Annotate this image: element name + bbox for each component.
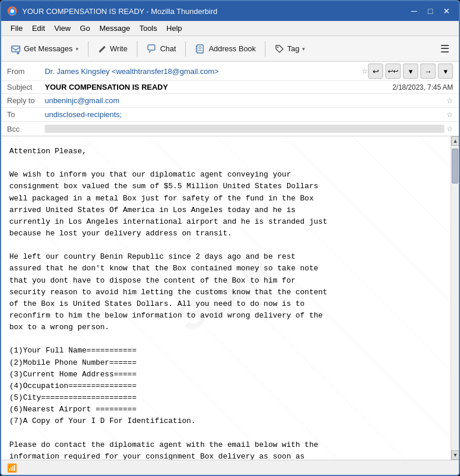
reply-to-value: unbeninjc@gmail.com: [45, 96, 444, 105]
svg-rect-2: [12, 46, 20, 52]
message-content: Attention Please, We wish to inform you …: [9, 146, 443, 460]
scroll-thumb[interactable]: [452, 149, 458, 184]
nav-down-icon: ▾: [409, 67, 413, 76]
svg-rect-3: [148, 45, 155, 50]
address-book-icon: [195, 44, 206, 54]
menu-edit[interactable]: Edit: [27, 23, 49, 34]
svg-point-5: [199, 47, 201, 49]
main-window: YOUR COMPENSATION IS READY - Mozilla Thu…: [0, 0, 460, 476]
hamburger-menu-button[interactable]: ☰: [436, 40, 454, 58]
tag-button[interactable]: Tag ▾: [270, 42, 310, 56]
scroll-up-button[interactable]: ▲: [451, 136, 459, 146]
menu-file[interactable]: File: [6, 23, 27, 34]
title-bar: YOUR COMPENSATION IS READY - Mozilla Thu…: [1, 1, 459, 21]
reply-to-label: Reply to: [7, 96, 45, 105]
toolbar-separator-2: [137, 41, 137, 57]
toolbar-separator-1: [88, 41, 89, 57]
to-value: undisclosed-recipients;: [45, 110, 444, 119]
date-stamp: 2/18/2023, 7:45 AM: [392, 83, 453, 91]
tag-dropdown-icon[interactable]: ▾: [302, 46, 305, 52]
app-icon: [7, 6, 17, 16]
bcc-star-icon[interactable]: ☆: [447, 125, 453, 133]
reply-all-button[interactable]: ↩↩: [385, 64, 401, 79]
toolbar-separator-3: [185, 41, 186, 57]
message-container: SCAM Attention Please, We wish to inform…: [1, 136, 459, 460]
menu-help[interactable]: Help: [162, 23, 187, 34]
status-icon: 📶: [7, 463, 17, 473]
scrollbar: ▲ ▼: [451, 136, 459, 460]
close-button[interactable]: ✕: [440, 5, 453, 17]
minimize-button[interactable]: ─: [408, 5, 420, 17]
menu-go[interactable]: Go: [75, 23, 94, 34]
bcc-row: Bcc ☆: [1, 122, 459, 136]
status-bar: 📶: [1, 460, 459, 475]
svg-point-9: [277, 46, 278, 47]
menu-message[interactable]: Message: [95, 23, 135, 34]
bcc-label: Bcc: [7, 125, 45, 133]
to-label: To: [7, 110, 45, 119]
reply-to-row: Reply to unbeninjc@gmail.com ☆: [1, 94, 459, 108]
subject-label: Subject: [7, 83, 45, 91]
menu-view[interactable]: View: [49, 23, 75, 34]
maximize-button[interactable]: □: [424, 5, 437, 17]
menu-tools[interactable]: Tools: [135, 23, 161, 34]
from-star-icon[interactable]: ☆: [362, 67, 368, 75]
get-messages-dropdown-icon[interactable]: ▾: [76, 46, 79, 52]
forward-button[interactable]: →: [420, 64, 436, 79]
svg-point-1: [10, 9, 14, 13]
bcc-value: [45, 125, 444, 133]
tag-icon: [275, 44, 284, 54]
reply-to-star-icon[interactable]: ☆: [447, 97, 453, 105]
forward-icon: →: [424, 67, 432, 76]
more-button[interactable]: ▾: [438, 64, 453, 79]
nav-down-button[interactable]: ▾: [403, 64, 418, 79]
to-row: To undisclosed-recipients; ☆: [1, 108, 459, 122]
to-star-icon[interactable]: ☆: [447, 111, 453, 119]
subject-row: Subject YOUR COMPENSATION IS READY 2/18/…: [1, 81, 459, 94]
scroll-track: [451, 146, 459, 450]
write-icon: [98, 44, 107, 54]
from-value: Dr. James Kingsley <wealthtransfer18@gma…: [45, 67, 359, 76]
toolbar-separator-4: [265, 41, 266, 57]
window-title: YOUR COMPENSATION IS READY - Mozilla Thu…: [22, 7, 408, 16]
write-button[interactable]: Write: [93, 42, 132, 56]
address-book-button[interactable]: Address Book: [190, 41, 260, 57]
subject-value: YOUR COMPENSATION IS READY: [45, 83, 392, 91]
menu-bar: File Edit View Go Message Tools Help: [1, 21, 459, 36]
nav-buttons: ↩ ↩↩ ▾ → ▾: [368, 64, 453, 79]
get-messages-button[interactable]: Get Messages ▾: [6, 41, 83, 57]
message-text: Attention Please, We wish to inform you …: [9, 146, 443, 460]
toolbar: Get Messages ▾ Write Chat: [1, 36, 459, 62]
reply-button[interactable]: ↩: [368, 64, 383, 79]
from-label: From: [7, 67, 45, 76]
chat-icon: [147, 44, 157, 54]
from-row: From Dr. James Kingsley <wealthtransfer1…: [1, 62, 459, 81]
window-controls: ─ □ ✕: [408, 5, 453, 17]
reply-all-icon: ↩↩: [388, 68, 398, 75]
scroll-down-button[interactable]: ▼: [451, 450, 459, 460]
message-body: SCAM Attention Please, We wish to inform…: [1, 136, 451, 460]
email-header: From Dr. James Kingsley <wealthtransfer1…: [1, 62, 459, 136]
get-messages-icon: [10, 44, 21, 54]
more-icon: ▾: [444, 67, 448, 76]
reply-icon: ↩: [373, 67, 379, 76]
chat-button[interactable]: Chat: [142, 41, 181, 57]
